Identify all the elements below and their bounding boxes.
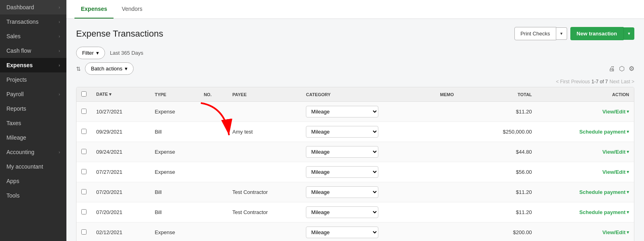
- cell-action[interactable]: Schedule payment ▾: [537, 122, 634, 142]
- row-checkbox-cell[interactable]: [76, 222, 91, 241]
- category-select[interactable]: Mileage: [306, 227, 378, 238]
- cell-action[interactable]: View/Edit ▾: [537, 142, 634, 162]
- cell-category[interactable]: Mileage: [301, 162, 435, 182]
- export-icon-button[interactable]: ⬡: [619, 65, 625, 72]
- sidebar-item-expenses[interactable]: Expenses ›: [0, 58, 66, 72]
- filter-chevron-icon: ▾: [96, 50, 99, 56]
- cell-action[interactable]: View/Edit ▾: [537, 102, 634, 122]
- batch-actions-button[interactable]: Batch actions ▾: [85, 62, 134, 75]
- row-checkbox-cell[interactable]: [76, 162, 91, 182]
- actions-row: ⇅ Batch actions ▾: [76, 62, 634, 75]
- chevron-right-icon: ›: [59, 150, 60, 154]
- sort-icon-button[interactable]: ⇅: [76, 66, 81, 72]
- row-checkbox[interactable]: [81, 209, 87, 214]
- table-row: 07/20/2021BillTest ContractorMileage$11.…: [76, 182, 634, 202]
- row-checkbox[interactable]: [81, 169, 87, 174]
- category-select[interactable]: Mileage: [306, 126, 378, 138]
- col-memo: MEMO: [435, 87, 473, 102]
- view-edit-button[interactable]: View/Edit ▾: [542, 149, 629, 155]
- sidebar-item-transactions[interactable]: Transactions ›: [0, 14, 66, 29]
- next-link[interactable]: Next: [609, 79, 619, 84]
- category-select[interactable]: Mileage: [306, 186, 378, 198]
- action-chevron-icon: ▾: [627, 149, 629, 154]
- select-all-cell[interactable]: [76, 87, 91, 102]
- row-checkbox[interactable]: [81, 149, 87, 154]
- row-checkbox[interactable]: [81, 129, 87, 134]
- schedule-payment-button[interactable]: Schedule payment ▾: [542, 189, 629, 195]
- cell-category[interactable]: Mileage: [301, 142, 435, 162]
- cell-category[interactable]: Mileage: [301, 222, 435, 241]
- sidebar-label-accounting: Accounting: [6, 149, 34, 155]
- cell-action[interactable]: Schedule payment ▾: [537, 182, 634, 202]
- cell-category[interactable]: Mileage: [301, 122, 435, 142]
- sidebar-item-tools[interactable]: Tools: [0, 188, 66, 203]
- col-category: CATEGORY: [301, 87, 435, 102]
- cell-type: Bill: [150, 202, 199, 222]
- row-checkbox[interactable]: [81, 229, 87, 235]
- sidebar-item-taxes[interactable]: Taxes: [0, 116, 66, 130]
- filter-button[interactable]: Filter ▾: [76, 47, 105, 59]
- view-edit-button[interactable]: View/Edit ▾: [542, 109, 629, 115]
- print-checks-dropdown-button[interactable]: ▾: [556, 27, 567, 40]
- cell-type: Expense: [150, 222, 199, 241]
- chevron-right-icon: ›: [59, 92, 60, 97]
- chevron-right-icon: ›: [59, 20, 60, 24]
- cell-action[interactable]: View/Edit ▾: [537, 162, 634, 182]
- view-edit-button[interactable]: View/Edit ▾: [542, 229, 629, 235]
- batch-actions-label: Batch actions: [91, 66, 122, 72]
- sidebar-item-reports[interactable]: Reports: [0, 101, 66, 116]
- print-icon-button[interactable]: 🖨: [609, 65, 615, 72]
- row-checkbox-cell[interactable]: [76, 142, 91, 162]
- tab-expenses[interactable]: Expenses: [74, 0, 114, 19]
- category-select[interactable]: Mileage: [306, 106, 378, 117]
- sidebar-item-accounting[interactable]: Accounting ›: [0, 145, 66, 159]
- row-checkbox-cell[interactable]: [76, 202, 91, 222]
- sidebar-item-apps[interactable]: Apps: [0, 174, 66, 188]
- cell-category[interactable]: Mileage: [301, 182, 435, 202]
- print-checks-group: Print Checks ▾: [514, 27, 567, 40]
- sidebar-label-projects: Projects: [6, 76, 27, 83]
- row-checkbox-cell[interactable]: [76, 182, 91, 202]
- category-select[interactable]: Mileage: [306, 146, 378, 158]
- category-select[interactable]: Mileage: [306, 206, 378, 218]
- print-checks-button[interactable]: Print Checks: [514, 27, 556, 40]
- row-checkbox[interactable]: [81, 189, 87, 194]
- sidebar-item-sales[interactable]: Sales ›: [0, 29, 66, 43]
- cell-total: $11.20: [473, 102, 537, 122]
- col-no: NO.: [199, 87, 227, 102]
- view-edit-button[interactable]: View/Edit ▾: [542, 169, 629, 175]
- category-select[interactable]: Mileage: [306, 166, 378, 178]
- cell-action[interactable]: View/Edit ▾: [537, 222, 634, 241]
- pagination-info: 1-7 of 7: [592, 79, 608, 84]
- schedule-payment-button[interactable]: Schedule payment ▾: [542, 209, 629, 215]
- prev-link[interactable]: Previous: [571, 79, 590, 84]
- new-transaction-dropdown-button[interactable]: ▾: [623, 27, 634, 40]
- cell-memo: [435, 222, 473, 241]
- row-checkbox[interactable]: [81, 109, 87, 114]
- sidebar-item-myaccountant[interactable]: My accountant: [0, 159, 66, 174]
- chevron-right-icon: ›: [59, 34, 60, 39]
- sidebar-label-taxes: Taxes: [6, 120, 21, 126]
- sidebar-item-dashboard[interactable]: Dashboard ›: [0, 0, 66, 14]
- new-transaction-button[interactable]: New transaction: [570, 27, 623, 40]
- chevron-right-icon: ›: [59, 5, 60, 10]
- cell-total: $200.00: [473, 222, 537, 241]
- cell-category[interactable]: Mileage: [301, 202, 435, 222]
- row-checkbox-cell[interactable]: [76, 122, 91, 142]
- sidebar-item-projects[interactable]: Projects: [0, 72, 66, 87]
- sidebar-item-payroll[interactable]: Payroll ›: [0, 87, 66, 101]
- row-checkbox-cell[interactable]: [76, 102, 91, 122]
- cell-payee: [227, 142, 301, 162]
- select-all-checkbox[interactable]: [81, 91, 87, 97]
- sidebar-item-cashflow[interactable]: Cash flow ›: [0, 43, 66, 58]
- last-link[interactable]: Last >: [621, 79, 634, 84]
- col-date[interactable]: DATE ▾: [91, 87, 150, 102]
- settings-icon-button[interactable]: ⚙: [629, 65, 634, 72]
- sidebar-item-mileage[interactable]: Mileage: [0, 130, 66, 145]
- cell-action[interactable]: Schedule payment ▾: [537, 202, 634, 222]
- first-link[interactable]: < First: [556, 79, 570, 84]
- tab-vendors[interactable]: Vendors: [115, 0, 149, 19]
- schedule-payment-button[interactable]: Schedule payment ▾: [542, 129, 629, 135]
- cell-category[interactable]: Mileage: [301, 102, 435, 122]
- page-title: Expense Transactions: [76, 29, 163, 39]
